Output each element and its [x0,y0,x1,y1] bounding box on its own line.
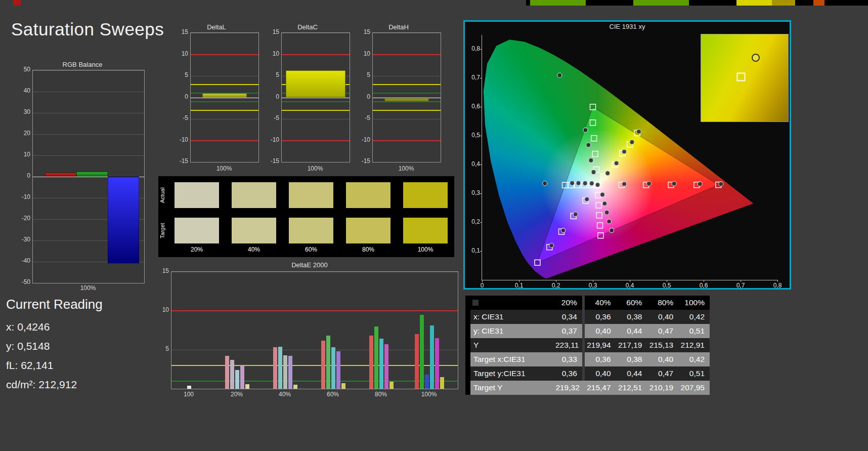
rgb-balance-chart[interactable]: RGB Balance 100% 50403020100-10-20-30-40… [14,60,151,302]
axis-tick-label: 0,2 [546,282,566,289]
group-label: 100% [414,391,444,398]
de-bar [415,334,419,389]
axis-tick-label: 0,3 [583,282,603,289]
percent-label: 80% [346,246,390,253]
de-bar [336,351,340,389]
swatch-comparison-panel[interactable]: Actual Target 20%40%60%80%100% [158,176,454,257]
axis-tick-label: -5 [264,114,279,121]
cie-measured-point [604,210,609,215]
axis-tick [480,193,482,194]
top-strip-segment[interactable] [13,0,21,6]
reference-line [282,54,350,55]
de-bar [440,377,444,389]
axis-tick [480,78,482,78]
cell-value: 0,38 [616,310,647,324]
axis-tick-label: -5 [173,114,188,121]
group-label: 20% [222,391,252,398]
reading-fl: fL: 62,141 [6,356,103,375]
reference-line [373,54,441,55]
cell-value: 217,19 [616,338,647,352]
row-label: Target x:CIE31 [468,352,553,366]
deltae-plot [171,271,458,389]
top-strip-segment[interactable] [633,0,689,6]
axis-tick-label: 0,3 [467,189,480,196]
top-strip-segment[interactable] [813,0,824,6]
de-bar [379,339,383,389]
top-strip-segment[interactable] [772,0,795,6]
zero-line [191,98,258,98]
row-label: x: CIE31 [468,310,553,324]
de-bar [288,356,292,389]
deltae2000-chart[interactable]: DeltaE 2000 1510510020%40%60%80%100% [158,260,461,402]
swatch-actual [403,182,448,208]
de-bar [273,347,277,389]
axis-tick-label: 10 [14,151,30,158]
reading-x: x: 0,4246 [6,317,103,337]
app-window: Saturation Sweeps RGB Balance 100% 50403… [0,0,868,451]
axis-tick-label: 15 [158,267,169,274]
axis-tick [480,165,482,165]
de-bar [384,344,388,389]
measurement-table[interactable]: 20%40%60%80%100%x: CIE310,340,360,380,40… [465,296,712,395]
zero-line [282,98,350,98]
reference-line [282,110,350,111]
reading-y: y: 0,5148 [6,337,103,356]
cell-value: 0,40 [585,366,616,381]
reference-line [191,110,258,111]
cie-measured-point [595,183,600,187]
axis-tick-label: -10 [14,193,30,200]
x-axis-label: 100% [281,165,349,172]
table-row: x: CIE310,340,360,380,400,42 [468,310,710,324]
group-label: 60% [318,391,348,398]
axis-tick [630,280,630,282]
de-bar [369,336,373,389]
column-header: 60% [616,296,647,310]
cell-value: 215,13 [647,338,678,352]
top-strip-segment[interactable] [736,0,772,6]
cell-value: 0,36 [585,352,616,366]
axis-tick-label: 0,6 [467,103,480,110]
deltal-chart[interactable]: DeltaL 100% 151050-5-10-15 [173,22,260,175]
row-label: y: CIE31 [468,324,553,338]
swatch-target [232,218,276,243]
cie-measured-point [610,228,614,233]
deltac-chart[interactable]: DeltaC 100% 151050-5-10-15 [264,22,351,175]
cie-measured-point [586,143,591,147]
rgb-balance-plot [32,70,145,283]
cie-measured-point [698,182,702,186]
table-row: Y223,11219,94217,19215,13212,91 [468,338,710,352]
axis-tick-label: 20 [14,130,30,137]
cell-value: 0,47 [647,324,678,338]
axis-tick-label: -10 [264,136,279,143]
cell-value: 0,34 [553,310,585,324]
axis-tick-label: 10 [264,50,279,57]
axis-tick-label: 0,7 [730,282,751,289]
cell-value: 0,38 [616,352,647,366]
table-corner-cell [468,296,553,310]
deltah-chart[interactable]: DeltaH 100% 151050-5-10-15 [355,22,442,175]
swatch-target [289,218,333,243]
cie-1931-chart[interactable]: CIE 1931 xy 00,10,20,30,40,50,60,70,80,1… [463,20,791,290]
deltac-plot [281,32,350,162]
de-bar [326,336,330,389]
top-strip [0,0,868,6]
axis-tick-label: -20 [14,215,30,222]
axis-tick-label: 15 [355,28,370,35]
cie-measured-point [585,197,589,201]
cie-measured-point [600,192,605,197]
axis-tick-label: 0,5 [657,282,677,289]
cell-value: 0,47 [647,366,678,381]
axis-tick [480,49,482,50]
cell-value: 0,40 [647,352,678,366]
de-bar [240,365,244,389]
de-bar [187,386,191,389]
x-axis-label: 100% [32,284,144,292]
cie-measured-point [614,161,619,166]
axis-tick [667,280,667,282]
cell-value: 212,91 [678,338,710,352]
page-title: Saturation Sweeps [11,19,164,39]
cie-target-square [591,136,597,141]
cie-measured-point [589,181,594,186]
top-strip-segment[interactable] [530,0,586,6]
red-bar [45,173,76,177]
